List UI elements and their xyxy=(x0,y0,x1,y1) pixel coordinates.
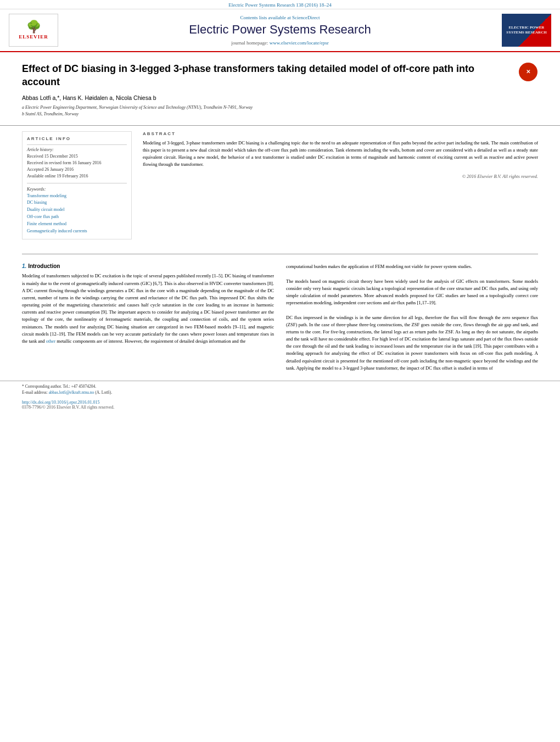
elsevier-logo-box: 🌳 ELSEVIER xyxy=(9,14,58,47)
keyword-1: Transformer modeling xyxy=(27,193,127,200)
received-revised-date: Received in revised form 16 January 2016 xyxy=(27,160,127,166)
journal-reference-bar: Electric Power Systems Research 138 (201… xyxy=(0,0,560,9)
footnote-email: E-mail address: abbas.lotfi@elkraft.ntnu… xyxy=(22,389,538,395)
intro-right-col: computational burden makes the applicati… xyxy=(286,263,538,372)
journal-title: Electric Power Systems Research xyxy=(69,23,491,37)
keywords-section: Keywords: Transformer modeling DC biasin… xyxy=(27,187,127,235)
paper-header: Effect of DC biasing in 3-legged 3-phase… xyxy=(0,52,560,126)
elsevier-tree-icon: 🌳 xyxy=(26,21,41,33)
introduction-section: 1. Introduction Modeling of transformers… xyxy=(0,258,560,377)
crossmark-badge: ✕ xyxy=(518,62,538,82)
doi-section: http://dx.doi.org/10.1016/j.epsr.2016.01… xyxy=(0,398,560,411)
homepage-url: www.elsevier.com/locate/epsr xyxy=(270,40,329,46)
affiliation-a: a Electric Power Engineering Department,… xyxy=(22,104,538,111)
sciencedirect-label: ScienceDirect xyxy=(292,15,320,20)
affiliations: a Electric Power Engineering Department,… xyxy=(22,104,538,118)
copyright-text: © 2016 Elsevier B.V. All rights reserved… xyxy=(143,174,538,179)
keyword-6: Geomagnetically induced currents xyxy=(27,228,127,235)
section-divider xyxy=(22,254,538,254)
keyword-3: Duality circuit model xyxy=(27,207,127,214)
received-date: Received 15 December 2015 xyxy=(27,153,127,160)
accepted-date: Accepted 26 January 2016 xyxy=(27,166,127,173)
journal-logo-title: ELECTRIC POWER SYSTEMS RESEARCH xyxy=(504,25,549,35)
authors-line: Abbas Lotfi a,*, Hans K. Høidalen a, Nic… xyxy=(22,94,538,101)
email-suffix: (A. Lotfi). xyxy=(95,390,112,395)
contents-text: Contents lists available at xyxy=(240,15,291,20)
abstract-text: Modeling of 3-legged, 3-phase transforme… xyxy=(143,140,538,169)
intro-left-col: 1. Introduction Modeling of transformers… xyxy=(22,263,274,372)
section-number: 1. xyxy=(22,263,26,269)
article-info-title: ARTICLE INFO xyxy=(27,136,127,141)
journal-header: 🌳 ELSEVIER Contents lists available at S… xyxy=(0,9,560,52)
article-info-divider xyxy=(27,144,127,145)
abstract-column: ABSTRACT Modeling of 3-legged, 3-phase t… xyxy=(143,131,538,246)
journal-center: Contents lists available at ScienceDirec… xyxy=(58,15,502,46)
email-label: E-mail address: xyxy=(22,390,48,395)
paper-title-text: Effect of DC biasing in 3-legged 3-phase… xyxy=(22,62,512,89)
keyword-5: Finite element method xyxy=(27,221,127,228)
affiliation-b: b Statnl AS, Trondheim, Norway xyxy=(22,111,538,118)
available-online-date: Available online 19 February 2016 xyxy=(27,173,127,180)
journal-ref-text: Electric Power Systems Research 138 (201… xyxy=(228,2,331,8)
doi-url: http://dx.doi.org/10.1016/j.epsr.2016.01… xyxy=(22,400,538,405)
elsevier-brand-text: ELSEVIER xyxy=(19,34,48,40)
section-title: Introduction xyxy=(28,263,60,269)
sciencedirect-link: Contents lists available at ScienceDirec… xyxy=(69,15,491,20)
journal-logo-right: ELECTRIC POWER SYSTEMS RESEARCH xyxy=(502,14,551,47)
article-info-abstract-section: ARTICLE INFO Article history: Received 1… xyxy=(0,126,560,251)
article-info-box: ARTICLE INFO Article history: Received 1… xyxy=(22,131,132,240)
crossmark-circle: ✕ xyxy=(519,63,537,81)
keyword-2: DC biasing xyxy=(27,199,127,207)
article-history-label: Article history: xyxy=(27,147,127,152)
abstract-title: ABSTRACT xyxy=(143,131,538,136)
intro-left-text: Modeling of transformers subjected to DC… xyxy=(22,272,274,345)
footnote-section: * Corresponding author. Tel.: +47 450742… xyxy=(0,381,560,398)
homepage-prefix: journal homepage: xyxy=(231,40,268,46)
keyword-4: Off-core flux path xyxy=(27,214,127,221)
section-heading: 1. Introduction xyxy=(22,263,274,269)
article-info-column: ARTICLE INFO Article history: Received 1… xyxy=(22,131,132,246)
keywords-label: Keywords: xyxy=(27,187,127,192)
email-address: abbas.lotfi@elkraft.ntnu.no xyxy=(49,390,94,395)
issn-text: 0378-7796/© 2016 Elsevier B.V. All right… xyxy=(22,405,538,410)
elsevier-logo: 🌳 ELSEVIER xyxy=(9,14,58,47)
keywords-divider xyxy=(27,183,127,183)
footnote-star: * Corresponding author. Tel.: +47 450742… xyxy=(22,383,538,389)
journal-homepage: journal homepage: www.elsevier.com/locat… xyxy=(69,40,491,46)
intro-right-text: computational burden makes the applicati… xyxy=(286,263,538,372)
paper-title-row: Effect of DC biasing in 3-legged 3-phase… xyxy=(22,62,538,89)
article-history: Article history: Received 15 December 20… xyxy=(27,147,127,180)
